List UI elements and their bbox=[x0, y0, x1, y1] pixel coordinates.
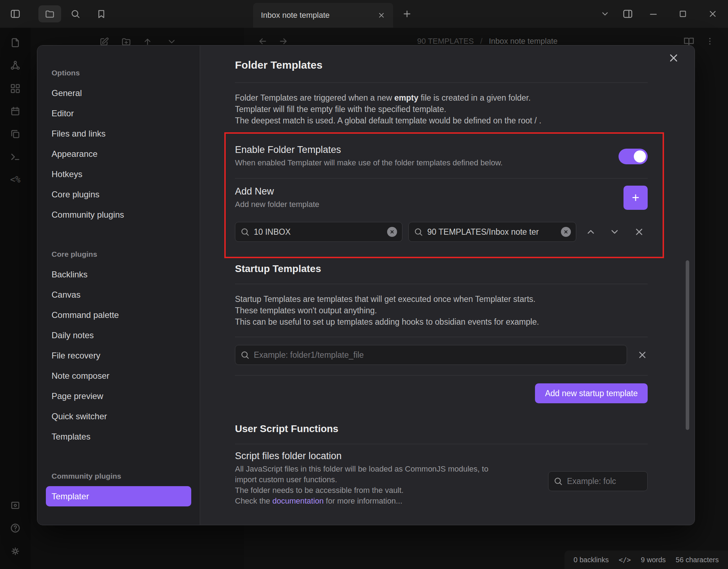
search-icon bbox=[553, 477, 563, 486]
setting-name: Enable Folder Templates bbox=[235, 144, 619, 155]
left-sidebar-toggle-icon[interactable] bbox=[10, 9, 21, 19]
startup-template-input[interactable] bbox=[254, 350, 622, 360]
char-count: 56 characters bbox=[676, 556, 719, 564]
search-icon bbox=[240, 350, 250, 360]
setting-name: Script files folder location bbox=[235, 451, 535, 462]
template-input[interactable] bbox=[427, 227, 557, 237]
modal-scrollbar[interactable] bbox=[686, 260, 689, 430]
right-sidebar-toggle-icon[interactable] bbox=[622, 9, 633, 19]
maximize-icon[interactable] bbox=[678, 9, 688, 19]
tab-title: Inbox note template bbox=[261, 11, 373, 20]
delete-startup-row-icon[interactable] bbox=[637, 350, 648, 360]
delete-row-icon[interactable] bbox=[634, 227, 644, 237]
close-window-icon[interactable] bbox=[707, 9, 718, 19]
folder-input-box bbox=[235, 222, 402, 242]
startup-template-input-box bbox=[235, 345, 627, 365]
titlebar: Inbox note template bbox=[0, 0, 728, 28]
sidebar-item-backlinks[interactable]: Backlinks bbox=[46, 264, 191, 284]
sidebar-item-appearance[interactable]: Appearance bbox=[46, 144, 191, 164]
code-icon[interactable]: </> bbox=[619, 556, 631, 564]
sidebar-item-page-preview[interactable]: Page preview bbox=[46, 386, 191, 406]
backlinks-count[interactable]: 0 backlinks bbox=[574, 556, 609, 564]
startup-template-row bbox=[235, 345, 648, 365]
new-tab-icon[interactable] bbox=[402, 9, 412, 19]
script-folder-setting: Script files folder location All JavaScr… bbox=[235, 451, 648, 506]
user-script-functions-heading: User Script Functions bbox=[235, 423, 648, 435]
status-bar: 0 backlinks </> 9 words 56 characters bbox=[564, 551, 728, 569]
sidebar-heading-community-plugins: Community plugins bbox=[46, 466, 191, 486]
sidebar-heading-core-plugins: Core plugins bbox=[46, 244, 191, 264]
folder-input[interactable] bbox=[254, 227, 383, 237]
setting-desc: All JavaScript files in this folder will… bbox=[235, 464, 535, 506]
startup-templates-intro: Startup Templates are templates that wil… bbox=[235, 293, 648, 328]
sidebar-heading-options: Options bbox=[46, 63, 191, 83]
sidebar-item-general[interactable]: General bbox=[46, 83, 191, 103]
sidebar-item-hotkeys[interactable]: Hotkeys bbox=[46, 164, 191, 184]
highlight-rectangle: Enable Folder Templates When enabled Tem… bbox=[224, 132, 664, 258]
sidebar-item-core-plugins[interactable]: Core plugins bbox=[46, 184, 191, 204]
template-input-box bbox=[408, 222, 576, 242]
setting-desc: Add new folder template bbox=[235, 199, 623, 210]
sidebar-item-note-composer[interactable]: Note composer bbox=[46, 366, 191, 386]
folder-icon bbox=[45, 9, 55, 19]
tab-list-icon[interactable] bbox=[600, 9, 610, 19]
startup-templates-heading: Startup Templates bbox=[235, 263, 648, 275]
script-folder-input[interactable] bbox=[567, 477, 642, 486]
sidebar-item-canvas[interactable]: Canvas bbox=[46, 284, 191, 305]
sidebar-item-community-plugins[interactable]: Community plugins bbox=[46, 204, 191, 225]
move-down-icon[interactable] bbox=[609, 227, 620, 237]
folder-template-row bbox=[235, 222, 648, 242]
clear-template-icon[interactable] bbox=[561, 227, 571, 237]
toggle-knob bbox=[634, 150, 646, 163]
sidebar-item-file-recovery[interactable]: File recovery bbox=[46, 345, 191, 366]
page-title: Folder Templates bbox=[235, 59, 648, 71]
enable-folder-templates-setting: Enable Folder Templates When enabled Tem… bbox=[235, 134, 648, 178]
sidebar-item-daily-notes[interactable]: Daily notes bbox=[46, 325, 191, 345]
clear-folder-icon[interactable] bbox=[387, 227, 397, 237]
enable-folder-templates-toggle[interactable] bbox=[619, 149, 648, 164]
modal-close-icon[interactable] bbox=[668, 52, 680, 64]
settings-modal: Options General Editor Files and links A… bbox=[37, 45, 695, 525]
setting-desc: When enabled Templater will make use of … bbox=[235, 158, 619, 168]
search-icon bbox=[414, 227, 423, 236]
setting-name: Add New bbox=[235, 186, 623, 197]
documentation-link[interactable]: documentation bbox=[272, 496, 323, 505]
bookmark-icon[interactable] bbox=[96, 9, 107, 19]
script-folder-input-box bbox=[548, 471, 648, 491]
move-up-icon[interactable] bbox=[585, 227, 596, 237]
word-count: 9 words bbox=[641, 556, 666, 564]
add-new-setting: Add New Add new folder template + bbox=[235, 179, 648, 216]
tab-inbox-note-template[interactable]: Inbox note template bbox=[253, 3, 393, 28]
search-icon[interactable] bbox=[70, 9, 81, 19]
add-folder-template-button[interactable]: + bbox=[623, 186, 648, 210]
sidebar-item-templater[interactable]: Templater bbox=[46, 486, 191, 506]
sidebar-item-files-and-links[interactable]: Files and links bbox=[46, 123, 191, 144]
obsidian-app: { "colors": { "accent": "#8a5cf5", "high… bbox=[0, 0, 728, 569]
startup-button-row: Add new startup template bbox=[235, 383, 648, 403]
settings-sidebar: Options General Editor Files and links A… bbox=[37, 46, 200, 525]
folder-button[interactable] bbox=[38, 5, 61, 22]
add-startup-template-button[interactable]: Add new startup template bbox=[535, 383, 648, 403]
folder-templates-intro: Folder Templates are triggered when a ne… bbox=[235, 92, 648, 126]
sidebar-item-templates[interactable]: Templates bbox=[46, 426, 191, 447]
sidebar-item-quick-switcher[interactable]: Quick switcher bbox=[46, 406, 191, 426]
sidebar-item-editor[interactable]: Editor bbox=[46, 103, 191, 123]
tab-close-icon[interactable] bbox=[378, 11, 385, 19]
settings-content: Folder Templates Folder Templates are tr… bbox=[200, 46, 695, 525]
sidebar-item-command-palette[interactable]: Command palette bbox=[46, 305, 191, 325]
minimize-icon[interactable] bbox=[648, 9, 659, 19]
search-icon bbox=[240, 227, 250, 236]
